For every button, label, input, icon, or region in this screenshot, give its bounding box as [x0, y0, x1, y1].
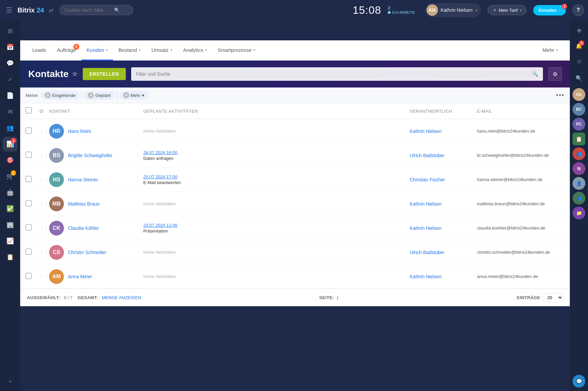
- row-checkbox-5[interactable]: [26, 224, 32, 230]
- tab-smartprozesse[interactable]: Smartprozesse ▾: [212, 40, 261, 61]
- sidebar-icon-android[interactable]: 🤖: [3, 185, 17, 200]
- right-avatar-group[interactable]: 👥: [573, 192, 585, 205]
- row-checkbox-3[interactable]: [26, 176, 32, 182]
- activity-cell-1: Keine Aktivitäten: [143, 129, 410, 134]
- sidebar-icon-analytics[interactable]: 📈: [3, 234, 17, 248]
- row-drag-handle[interactable]: ⋮⋮: [39, 201, 49, 207]
- activity-label-5: Präsentation: [143, 228, 410, 234]
- email-cell-2: br.schweighoefer@bitrix24kunden.de: [477, 153, 564, 158]
- right-avatar-n[interactable]: N: [573, 162, 585, 175]
- right-avatar-chat[interactable]: 💬: [573, 375, 585, 388]
- sidebar-icon-target[interactable]: 🎯: [3, 153, 17, 168]
- total-count-link[interactable]: MENGE ANZEIGEN: [102, 295, 141, 300]
- filter-chip-mehr[interactable]: 0 Mehr ▾: [119, 91, 148, 100]
- tab-mehr[interactable]: Mehr ▾: [537, 40, 563, 61]
- right-avatar-photo[interactable]: 👤: [573, 177, 585, 190]
- row-checkbox-2[interactable]: [26, 152, 32, 158]
- right-avatar-team[interactable]: 👥: [573, 147, 585, 160]
- right-avatar-pc[interactable]: PC: [573, 118, 585, 131]
- row-drag-handle[interactable]: ⋮⋮: [39, 225, 49, 231]
- right-avatar-bc[interactable]: BC: [573, 103, 585, 116]
- select-all-checkbox[interactable]: [26, 107, 32, 113]
- sidebar-icon-calendar[interactable]: 📅: [3, 40, 17, 55]
- sidebar-icon-document[interactable]: 📄: [3, 88, 17, 103]
- responsible-cell-3[interactable]: Christian Fischer: [410, 177, 477, 182]
- work-status: 2 ICH ARBEITE: [388, 6, 415, 14]
- responsible-cell-7[interactable]: Kathrin Nielsen: [410, 274, 477, 279]
- column-settings-icon[interactable]: ⚙: [39, 108, 44, 114]
- sidebar-icon-expand[interactable]: ⌄: [3, 373, 17, 388]
- contact-cell-3: HS Hanna Steiner: [49, 172, 143, 187]
- row-drag-handle[interactable]: ⋮⋮: [39, 177, 49, 183]
- row-drag-handle[interactable]: ⋮⋮: [39, 249, 49, 255]
- global-search[interactable]: 🔍: [59, 5, 133, 15]
- responsible-cell-1[interactable]: Kathrin Nielsen: [410, 129, 477, 134]
- right-avatar-1[interactable]: KN: [573, 88, 585, 101]
- sidebar-icon-checklist[interactable]: ✅: [3, 201, 17, 216]
- right-search-icon[interactable]: 🔍: [572, 71, 586, 85]
- responsible-cell-4[interactable]: Kathrin Nielsen: [410, 201, 477, 207]
- page-title: Kontakte ☆: [28, 69, 77, 79]
- tab-bestand[interactable]: Bestand ▾: [113, 40, 146, 61]
- invite-button[interactable]: Einladen ▾ 1: [533, 5, 566, 15]
- filter-chip-eingehende[interactable]: 0 Eingehende: [41, 91, 79, 100]
- filter-search[interactable]: 🔍: [131, 67, 543, 81]
- right-avatar-green[interactable]: 📋: [573, 133, 585, 145]
- sidebar-icon-grid[interactable]: ⊞: [3, 24, 17, 38]
- row-drag-handle[interactable]: ⋮⋮: [39, 274, 49, 280]
- left-sidebar: ⊞ 📅 💬 ✓ 📄 ✉ 👥 📊 1 🎯 🛒 1 🤖 ✅ 🏢 📈 📋 ⌄: [0, 20, 20, 391]
- contact-name-6[interactable]: Christin Schneider: [68, 250, 106, 255]
- contact-name-7[interactable]: Anna Meier: [68, 274, 92, 279]
- contact-name-2[interactable]: Brigitte Schweighöfer: [68, 153, 112, 158]
- menu-icon[interactable]: ☰: [4, 4, 14, 16]
- activity-date-3[interactable]: 25.07.2024 17:00: [143, 174, 410, 179]
- right-crm-icon[interactable]: ⊕: [572, 24, 586, 37]
- tab-analytics[interactable]: Analytics ▾: [178, 40, 212, 61]
- entries-per-page-select[interactable]: 20 50 100: [543, 293, 563, 302]
- right-notifications-icon[interactable]: 🔔 5: [572, 39, 586, 52]
- sidebar-icon-chat[interactable]: 💬: [3, 56, 17, 71]
- sidebar-icon-contacts[interactable]: 👥: [3, 120, 17, 135]
- responsible-cell-2[interactable]: Ulrich Badstuber: [410, 153, 477, 158]
- tab-auftraege[interactable]: Aufträge 1: [51, 40, 81, 61]
- contact-name-5[interactable]: Claudia Köhler: [68, 225, 99, 231]
- table-settings-button[interactable]: ⚙: [548, 67, 562, 81]
- sidebar-icon-store[interactable]: 🛒 1: [3, 169, 17, 184]
- favorite-star-icon[interactable]: ☆: [72, 70, 77, 78]
- filter-options-icon[interactable]: •••: [556, 92, 564, 99]
- create-button[interactable]: ERSTELLEN: [83, 68, 126, 80]
- row-checkbox-6[interactable]: [26, 249, 32, 255]
- filter-chip-geplant[interactable]: 0 Geplant: [84, 91, 115, 100]
- contact-name-4[interactable]: Matthias Braun: [68, 201, 100, 207]
- geplant-count: 0: [88, 92, 94, 98]
- sidebar-icon-mail[interactable]: ✉: [3, 104, 17, 119]
- sidebar-icon-crm[interactable]: 📊 1: [3, 137, 17, 151]
- row-drag-handle[interactable]: ⋮⋮: [39, 128, 49, 134]
- right-avatar-purple2[interactable]: 📁: [573, 207, 585, 219]
- responsible-cell-5[interactable]: Kathrin Nielsen: [410, 225, 477, 231]
- sidebar-icon-report[interactable]: 📋: [3, 250, 17, 264]
- user-menu[interactable]: KN Kathrin Nielsen ▾: [425, 3, 481, 17]
- contact-name-1[interactable]: Hans Reim: [68, 129, 91, 134]
- sidebar-icon-building[interactable]: 🏢: [3, 217, 17, 232]
- drag-icon: ⋮⋮: [39, 153, 48, 158]
- activity-date-2[interactable]: 26.07.2024 16:00: [143, 150, 410, 155]
- tab-umsatz[interactable]: Umsatz ▾: [146, 40, 178, 61]
- contact-name-3[interactable]: Hanna Steiner: [68, 177, 98, 182]
- row-checkbox-4[interactable]: [26, 200, 32, 206]
- search-input[interactable]: [64, 7, 111, 13]
- header-checkbox-cell: [26, 107, 39, 115]
- row-checkbox-1[interactable]: [26, 128, 32, 134]
- tab-leads[interactable]: Leads: [27, 40, 51, 61]
- right-activity-icon[interactable]: ⊙: [572, 55, 586, 68]
- plan-button[interactable]: ✦ Mein Tarif ▾: [488, 5, 526, 15]
- activity-date-5[interactable]: 23.07.2024 11:00: [143, 223, 410, 228]
- filter-divider-1: [81, 91, 82, 99]
- row-drag-handle[interactable]: ⋮⋮: [39, 152, 49, 158]
- help-button[interactable]: ?: [573, 4, 584, 16]
- filter-input[interactable]: [136, 71, 529, 77]
- sidebar-icon-tasks[interactable]: ✓: [3, 72, 17, 87]
- row-checkbox-7[interactable]: [26, 273, 32, 279]
- responsible-cell-6[interactable]: Ulrich Badstuber: [410, 250, 477, 255]
- tab-kunden[interactable]: Kunden ▾: [81, 40, 113, 61]
